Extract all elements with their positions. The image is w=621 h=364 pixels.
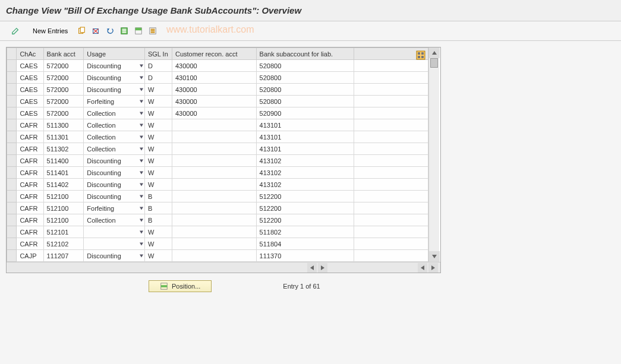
- cell-sgl-in[interactable]: W: [144, 131, 172, 143]
- cell-recon[interactable]: 430000: [172, 60, 256, 72]
- cell-chac[interactable]: CAFR: [17, 119, 43, 131]
- cell-bank-acct[interactable]: 111207: [43, 250, 84, 262]
- position-button[interactable]: Position...: [149, 280, 212, 292]
- cell-recon[interactable]: [172, 119, 256, 131]
- undo-button[interactable]: [104, 25, 116, 37]
- row-selector[interactable]: [7, 155, 17, 167]
- cell-chac[interactable]: CAFR: [17, 131, 43, 143]
- select-all-header[interactable]: [7, 48, 17, 60]
- scroll-thumb[interactable]: [430, 58, 438, 68]
- cell-chac[interactable]: CAES: [17, 107, 43, 119]
- cell-usage[interactable]: Discounting: [84, 84, 145, 96]
- cell-usage[interactable]: Discounting: [84, 191, 145, 202]
- scroll-up-button[interactable]: [429, 48, 440, 58]
- cell-recon[interactable]: [172, 155, 256, 167]
- cell-sgl-in[interactable]: W: [144, 107, 172, 119]
- row-selector[interactable]: [7, 191, 17, 202]
- row-selector[interactable]: [7, 202, 17, 214]
- cell-recon[interactable]: [172, 143, 256, 155]
- table-row[interactable]: CAES572000DiscountingD430100520800: [7, 72, 428, 84]
- cell-usage[interactable]: [84, 226, 145, 238]
- cell-sgl-in[interactable]: W: [144, 238, 172, 250]
- cell-usage[interactable]: Collection: [84, 107, 145, 119]
- cell-chac[interactable]: CAES: [17, 84, 43, 96]
- cell-chac[interactable]: CAFR: [17, 191, 43, 202]
- row-selector[interactable]: [7, 238, 17, 250]
- cell-bank-acct[interactable]: 511302: [43, 143, 84, 155]
- row-selector[interactable]: [7, 143, 17, 155]
- cell-chac[interactable]: CAFR: [17, 179, 43, 191]
- cell-recon[interactable]: 430000: [172, 96, 256, 107]
- cell-subacct[interactable]: 512200: [256, 202, 354, 214]
- cell-recon[interactable]: [172, 167, 256, 179]
- cell-recon[interactable]: 430000: [172, 84, 256, 96]
- copy-button[interactable]: [75, 25, 87, 37]
- cell-usage[interactable]: Discounting: [84, 60, 145, 72]
- cell-subacct[interactable]: 413102: [256, 155, 354, 167]
- cell-bank-acct[interactable]: 512101: [43, 226, 84, 238]
- cell-subacct[interactable]: 511804: [256, 238, 354, 250]
- cell-subacct[interactable]: 413102: [256, 179, 354, 191]
- cell-sgl-in[interactable]: W: [144, 119, 172, 131]
- select-block-button[interactable]: [133, 25, 144, 37]
- cell-bank-acct[interactable]: 572000: [43, 107, 84, 119]
- cell-sgl-in[interactable]: W: [144, 143, 172, 155]
- cell-bank-acct[interactable]: 511401: [43, 167, 84, 179]
- cell-recon[interactable]: 430000: [172, 107, 256, 119]
- col-header-recon[interactable]: Customer recon. acct: [172, 48, 256, 60]
- cell-usage[interactable]: Discounting: [84, 179, 145, 191]
- cell-subacct[interactable]: 520800: [256, 84, 354, 96]
- cell-subacct[interactable]: 512200: [256, 191, 354, 202]
- cell-chac[interactable]: CAES: [17, 96, 43, 107]
- cell-usage[interactable]: Collection: [84, 214, 145, 226]
- scroll-track[interactable]: [429, 58, 439, 251]
- cell-sgl-in[interactable]: W: [144, 84, 172, 96]
- col-header-sgl-in[interactable]: SGL In: [144, 48, 172, 60]
- cell-usage[interactable]: [84, 238, 145, 250]
- col-header-bank-acct[interactable]: Bank acct: [43, 48, 84, 60]
- toggle-edit-button[interactable]: [6, 25, 25, 37]
- cell-chac[interactable]: CAFR: [17, 238, 43, 250]
- cell-usage[interactable]: Collection: [84, 143, 145, 155]
- cell-sgl-in[interactable]: B: [144, 214, 172, 226]
- cell-recon[interactable]: [172, 250, 256, 262]
- table-row[interactable]: CAFR512100ForfeitingB512200: [7, 202, 428, 214]
- table-row[interactable]: CAFR511402DiscountingW413102: [7, 179, 428, 191]
- col-header-usage[interactable]: Usage: [84, 48, 145, 60]
- table-settings-icon[interactable]: [416, 50, 425, 60]
- cell-chac[interactable]: CAES: [17, 72, 43, 84]
- cell-chac[interactable]: CAES: [17, 60, 43, 72]
- cell-sgl-in[interactable]: B: [144, 202, 172, 214]
- cell-bank-acct[interactable]: 572000: [43, 84, 84, 96]
- cell-subacct[interactable]: 413102: [256, 167, 354, 179]
- table-row[interactable]: CAES572000CollectionW430000520900: [7, 107, 428, 119]
- vertical-scrollbar[interactable]: [428, 48, 439, 262]
- cell-bank-acct[interactable]: 512100: [43, 214, 84, 226]
- cell-subacct[interactable]: 413101: [256, 131, 354, 143]
- delete-button[interactable]: [90, 25, 102, 37]
- cell-recon[interactable]: [172, 202, 256, 214]
- select-all-button[interactable]: [118, 25, 130, 37]
- col-header-chac[interactable]: ChAc: [17, 48, 43, 60]
- table-row[interactable]: CAFR511302CollectionW413101: [7, 143, 428, 155]
- row-selector[interactable]: [7, 119, 17, 131]
- cell-usage[interactable]: Forfeiting: [84, 96, 145, 107]
- row-selector[interactable]: [7, 167, 17, 179]
- cell-subacct[interactable]: 511802: [256, 226, 354, 238]
- cell-subacct[interactable]: 520800: [256, 96, 354, 107]
- table-row[interactable]: CAFR512100CollectionB512200: [7, 214, 428, 226]
- scroll-right-button[interactable]: [318, 263, 327, 273]
- cell-usage[interactable]: Collection: [84, 131, 145, 143]
- cell-bank-acct[interactable]: 512100: [43, 202, 84, 214]
- row-selector[interactable]: [7, 84, 17, 96]
- cell-chac[interactable]: CAJP: [17, 250, 43, 262]
- cell-sgl-in[interactable]: W: [144, 250, 172, 262]
- cell-chac[interactable]: CAFR: [17, 155, 43, 167]
- deselect-all-button[interactable]: [147, 25, 159, 37]
- cell-chac[interactable]: CAFR: [17, 214, 43, 226]
- cell-subacct[interactable]: 520800: [256, 72, 354, 84]
- cell-subacct[interactable]: 512200: [256, 214, 354, 226]
- cell-subacct[interactable]: 520900: [256, 107, 354, 119]
- cell-sgl-in[interactable]: W: [144, 179, 172, 191]
- cell-usage[interactable]: Collection: [84, 119, 145, 131]
